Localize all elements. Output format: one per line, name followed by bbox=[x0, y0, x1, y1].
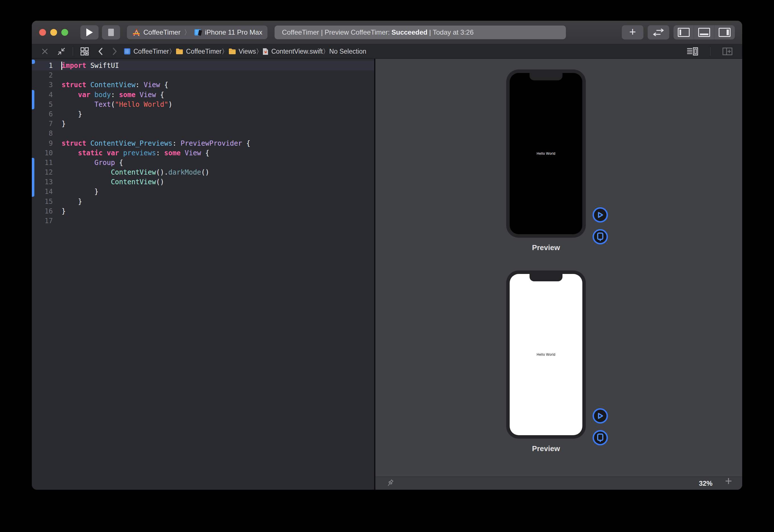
close-window-button[interactable] bbox=[39, 29, 46, 36]
live-preview-button[interactable] bbox=[593, 207, 608, 223]
code-line[interactable]: 10 static var previews: some View { bbox=[32, 148, 374, 158]
go-forward-button[interactable] bbox=[110, 47, 119, 56]
scheme-device-name: iPhone 11 Pro Max bbox=[205, 28, 262, 36]
preview-hello-text: Hello World bbox=[537, 152, 555, 156]
breadcrumb-item[interactable]: CoffeeTimer bbox=[124, 48, 169, 55]
toggle-debug-area-button[interactable] bbox=[694, 25, 714, 39]
code-line[interactable]: 15 } bbox=[32, 197, 374, 206]
code-line[interactable]: 4 var body: some View { bbox=[32, 90, 374, 100]
preview-screen-dark[interactable]: Hello World bbox=[510, 73, 582, 234]
line-number: 11 bbox=[32, 158, 56, 167]
minimize-window-button[interactable] bbox=[50, 29, 57, 36]
zoom-controls: 32% + bbox=[686, 479, 732, 487]
jumpbar-right-group bbox=[682, 47, 737, 56]
preview-on-device-button[interactable] bbox=[593, 229, 608, 244]
code-line[interactable]: 14 } bbox=[32, 187, 374, 196]
folder-icon bbox=[228, 48, 236, 55]
line-number: 10 bbox=[32, 148, 56, 158]
run-button[interactable] bbox=[80, 25, 99, 39]
line-number: 6 bbox=[32, 109, 56, 119]
breadcrumb-separator: 〉 bbox=[222, 47, 228, 56]
preview-screen-light[interactable]: Hello World bbox=[510, 274, 582, 435]
code-line[interactable]: 12 ContentView().darkMode() bbox=[32, 167, 374, 177]
code-line[interactable]: 3struct ContentView: View { bbox=[32, 80, 374, 90]
code-line[interactable]: 13 ContentView() bbox=[32, 177, 374, 187]
preview-group: Hello WorldPreview bbox=[375, 70, 742, 268]
play-circle-icon bbox=[597, 211, 604, 219]
add-editor-button[interactable] bbox=[721, 47, 734, 56]
preview-device-frame[interactable]: Hello World bbox=[506, 70, 586, 238]
canvas-bottom-bar: 32% + bbox=[375, 477, 742, 490]
code-line[interactable]: 7} bbox=[32, 119, 374, 129]
zoom-in-button[interactable]: + bbox=[725, 481, 732, 486]
jump-bar: CoffeeTimer〉CoffeeTimer〉Views〉ContentVie… bbox=[32, 44, 742, 59]
breadcrumb-item[interactable]: ContentView.swift bbox=[262, 48, 323, 55]
zoom-window-button[interactable] bbox=[61, 29, 68, 36]
live-preview-button[interactable] bbox=[593, 408, 608, 424]
focus-editor-button[interactable] bbox=[56, 47, 67, 56]
code-review-button[interactable] bbox=[648, 25, 669, 39]
change-marker bbox=[32, 90, 34, 109]
code-line[interactable]: 5 Text("Hello World") bbox=[32, 100, 374, 109]
notch bbox=[530, 73, 562, 80]
preview-device-frame[interactable]: Hello World bbox=[506, 271, 586, 439]
chevron-left-icon bbox=[98, 47, 103, 55]
stop-button[interactable] bbox=[102, 25, 120, 39]
line-number: 13 bbox=[32, 177, 56, 187]
code-text: struct ContentView_Previews: PreviewProv… bbox=[56, 139, 250, 148]
code-line[interactable]: 1import SwiftUI bbox=[32, 61, 374, 70]
add-editor-icon bbox=[722, 47, 733, 56]
swift-file-icon bbox=[262, 48, 269, 55]
code-line[interactable]: 17 bbox=[32, 216, 374, 226]
code-text bbox=[56, 216, 62, 226]
preview-hello-text: Hello World bbox=[537, 353, 555, 357]
status-text-result: Succeeded bbox=[390, 28, 429, 36]
chevron-right-icon bbox=[112, 47, 117, 55]
plus-icon: + bbox=[629, 26, 636, 37]
text-cursor bbox=[61, 62, 62, 70]
panel-toggles bbox=[673, 25, 735, 39]
scheme-selector[interactable]: CoffeeTimer 〉 iPhone 11 Pro Max bbox=[127, 26, 267, 39]
toggle-inspector-button[interactable] bbox=[714, 25, 735, 39]
line-number: 2 bbox=[32, 70, 56, 80]
toggle-navigator-button[interactable] bbox=[673, 25, 694, 39]
right-panel-icon bbox=[719, 28, 731, 37]
library-button[interactable]: + bbox=[622, 25, 643, 39]
code-text bbox=[56, 129, 62, 138]
notch bbox=[530, 274, 562, 281]
code-line[interactable]: 8 bbox=[32, 129, 374, 138]
code-line[interactable]: 11 Group { bbox=[32, 158, 374, 167]
code-text: ContentView().darkMode() bbox=[56, 167, 209, 177]
breadcrumb-label: ContentView.swift bbox=[271, 48, 323, 55]
code-text: struct ContentView: View { bbox=[56, 80, 168, 90]
go-back-button[interactable] bbox=[96, 47, 105, 56]
swap-arrows-icon bbox=[653, 29, 664, 36]
related-items-button[interactable] bbox=[79, 47, 91, 56]
code-text bbox=[56, 70, 62, 80]
breadcrumb-item[interactable]: Views bbox=[228, 48, 256, 55]
breadcrumb-separator: 〉 bbox=[323, 47, 329, 56]
code-line[interactable]: 6 } bbox=[32, 109, 374, 119]
pin-icon bbox=[386, 479, 395, 488]
preview-on-device-button[interactable] bbox=[593, 430, 608, 445]
line-number: 8 bbox=[32, 129, 56, 138]
code-line[interactable]: 9struct ContentView_Previews: PreviewPro… bbox=[32, 139, 374, 148]
pin-preview-button[interactable] bbox=[386, 479, 395, 489]
editor-options-button[interactable] bbox=[685, 47, 700, 56]
code-line[interactable]: 16} bbox=[32, 206, 374, 216]
line-number: 14 bbox=[32, 187, 56, 196]
breadcrumb-item[interactable]: No Selection bbox=[329, 48, 366, 55]
status-text-prefix: CoffeeTimer | Preview CoffeeTimer: bbox=[282, 28, 390, 36]
code-text: } bbox=[56, 197, 82, 206]
left-panel-icon bbox=[678, 28, 690, 37]
source-editor[interactable]: 1import SwiftUI23struct ContentView: Vie… bbox=[32, 59, 374, 490]
close-editor-button[interactable] bbox=[40, 48, 50, 55]
code-text: } bbox=[56, 109, 82, 119]
related-items-grid-icon bbox=[80, 47, 89, 56]
close-icon bbox=[41, 48, 48, 55]
line-number: 4 bbox=[32, 90, 56, 100]
breadcrumb-item[interactable]: CoffeeTimer bbox=[175, 48, 221, 55]
code-line[interactable]: 2 bbox=[32, 70, 374, 80]
line-number: 16 bbox=[32, 206, 56, 216]
breadcrumb-label: No Selection bbox=[329, 48, 366, 55]
